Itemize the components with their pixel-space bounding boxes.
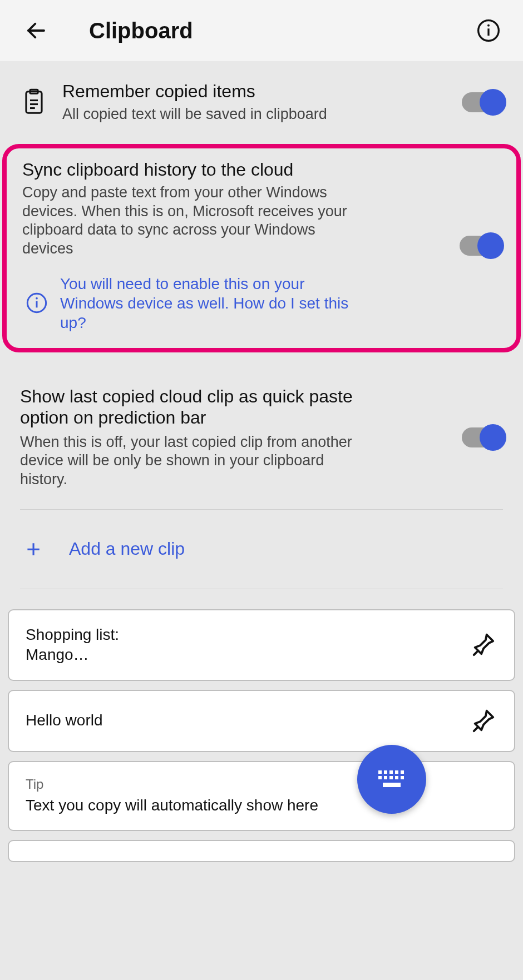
info-button[interactable] [476, 18, 501, 43]
svg-point-3 [487, 24, 490, 27]
clip-item[interactable]: Hello world [8, 690, 515, 752]
svg-rect-4 [26, 92, 42, 113]
back-button[interactable] [22, 17, 50, 44]
clip-item[interactable] [8, 840, 515, 862]
pin-icon [471, 631, 496, 657]
sync-highlight-box: Sync clipboard history to the cloud Copy… [2, 144, 521, 352]
svg-rect-17 [378, 776, 382, 779]
clip-text: Hello world [26, 710, 471, 730]
remember-toggle[interactable] [462, 92, 503, 112]
remember-title: Remember copied items [62, 81, 447, 102]
sync-description: Copy and paste text from your other Wind… [22, 183, 356, 258]
svg-rect-16 [401, 770, 404, 774]
clips-list: Shopping list: Mango… Hello world Tip Te… [0, 589, 523, 862]
clip-text: Shopping list: Mango… [26, 625, 471, 665]
pin-button[interactable] [471, 708, 497, 734]
app-header: Clipboard [0, 0, 523, 61]
svg-rect-12 [378, 770, 382, 774]
info-circle-icon [26, 292, 48, 314]
remember-copied-setting[interactable]: Remember copied items All copied text wi… [0, 61, 523, 144]
sync-toggle[interactable] [460, 236, 501, 256]
svg-rect-15 [395, 770, 398, 774]
plus-icon: + [22, 535, 45, 563]
svg-rect-19 [389, 776, 393, 779]
page-title: Clipboard [89, 18, 476, 43]
pin-icon [471, 708, 496, 733]
sync-title: Sync clipboard history to the cloud [22, 160, 445, 180]
clipboard-icon [20, 88, 48, 116]
svg-rect-18 [384, 776, 387, 779]
arrow-back-icon [24, 19, 48, 42]
info-icon [476, 18, 501, 43]
clip-item[interactable]: Shopping list: Mango… [8, 609, 515, 681]
svg-rect-20 [395, 776, 398, 779]
svg-rect-21 [401, 776, 404, 779]
quick-paste-toggle[interactable] [462, 427, 503, 447]
sync-cloud-setting[interactable]: Sync clipboard history to the cloud Copy… [7, 148, 516, 348]
tip-text: Text you copy will automatically show he… [26, 795, 497, 815]
quick-paste-setting[interactable]: Show last copied cloud clip as quick pas… [0, 352, 523, 509]
add-new-clip-button[interactable]: + Add a new clip [0, 510, 523, 589]
add-clip-label: Add a new clip [69, 539, 185, 559]
tip-card: Tip Text you copy will automatically sho… [8, 761, 515, 831]
svg-rect-14 [389, 770, 393, 774]
quick-paste-title: Show last copied cloud clip as quick pas… [20, 386, 376, 429]
remember-subtitle: All copied text will be saved in clipboa… [62, 105, 447, 124]
quick-paste-subtitle: When this is off, your last copied clip … [20, 433, 354, 489]
svg-rect-13 [384, 770, 387, 774]
svg-point-11 [36, 297, 38, 300]
keyboard-icon [376, 768, 407, 790]
keyboard-fab[interactable] [357, 745, 426, 814]
svg-rect-22 [383, 783, 401, 787]
sync-setup-link[interactable]: You will need to enable this on your Win… [60, 274, 361, 332]
tip-label: Tip [26, 777, 497, 792]
pin-button[interactable] [471, 631, 497, 658]
settings-content: Remember copied items All copied text wi… [0, 61, 523, 862]
